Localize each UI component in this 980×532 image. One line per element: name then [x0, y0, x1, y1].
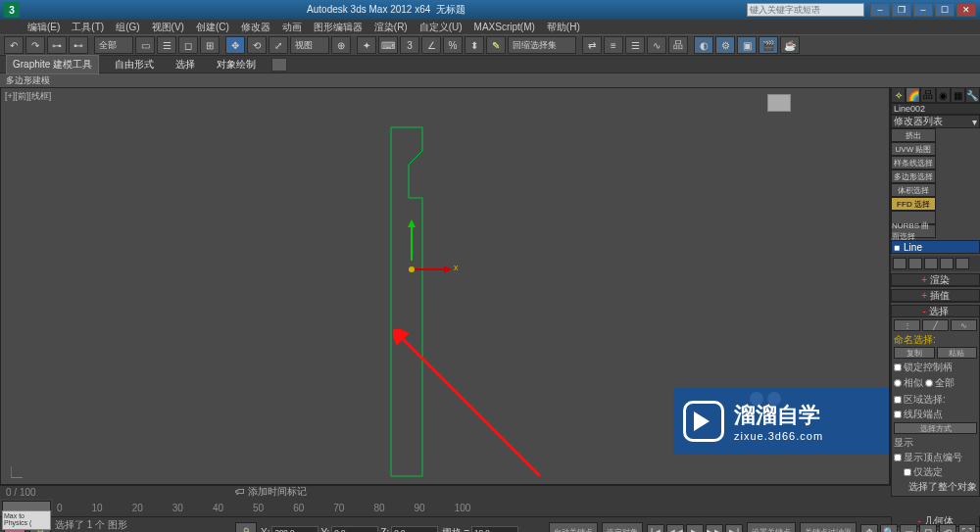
cp-tab-utilities[interactable]: 🔧: [965, 87, 980, 103]
nav-pan-button[interactable]: ✥: [860, 524, 878, 533]
viewport[interactable]: [+][前][线框] x 溜: [0, 87, 890, 485]
unlink-button[interactable]: ⊷: [69, 36, 88, 54]
menu-custom[interactable]: 自定义(U): [419, 21, 463, 34]
segment-end-checkbox[interactable]: 线段端点: [894, 408, 977, 421]
nav-zoom-button[interactable]: 🔍: [880, 524, 898, 533]
mod-btn-uvw[interactable]: UVW 贴图: [891, 142, 936, 156]
cp-tab-create[interactable]: ✧: [891, 87, 906, 103]
stack-config-icon[interactable]: [956, 258, 969, 269]
mod-btn-ffd-sel[interactable]: FFD 选择: [891, 197, 936, 211]
copy-sel-button[interactable]: 复制: [894, 347, 935, 359]
nav-max-button[interactable]: ⛶: [958, 524, 976, 533]
grid-input[interactable]: [471, 526, 518, 533]
stack-show-icon[interactable]: [908, 258, 922, 269]
schematic-button[interactable]: 品: [668, 36, 688, 54]
menu-render[interactable]: 渲染(R): [374, 21, 408, 34]
auto-key-button[interactable]: 自动关键点: [549, 522, 598, 533]
pivot-button[interactable]: ⊕: [331, 36, 351, 54]
maximize-button[interactable]: ☐: [935, 3, 955, 17]
mod-btn-spline-sel[interactable]: 样条线选择: [891, 156, 936, 169]
menu-create[interactable]: 创建(C): [196, 21, 229, 34]
spinner-snap-button[interactable]: ⬍: [465, 36, 484, 54]
mod-btn-extrude[interactable]: 挤出: [891, 128, 936, 142]
modifier-stack[interactable]: ■Line: [891, 240, 980, 254]
rendered-frame-button[interactable]: ▣: [737, 36, 757, 54]
named-selection-dropdown[interactable]: 回缩选择集: [508, 36, 576, 54]
percent-snap-button[interactable]: %: [443, 36, 463, 54]
only-selected-checkbox[interactable]: 仅选定: [904, 465, 977, 479]
coord-y-input[interactable]: [331, 526, 378, 533]
restore-button[interactable]: ❐: [892, 3, 911, 17]
ribbon-tab-modeling[interactable]: Graphite 建模工具: [6, 55, 99, 74]
nav-fov-button[interactable]: ▭: [900, 524, 917, 533]
select-name-button[interactable]: ☰: [157, 36, 176, 54]
select-method-button[interactable]: 选择方式: [894, 422, 977, 434]
spline-object[interactable]: [391, 127, 430, 482]
mirror-button[interactable]: ⇄: [582, 36, 602, 54]
menu-help[interactable]: 帮助(H): [547, 21, 580, 34]
redo-button[interactable]: ↷: [25, 36, 45, 54]
snap-toggle-button[interactable]: 3: [400, 36, 419, 54]
prev-frame-button[interactable]: ◀◀: [666, 524, 684, 533]
goto-end-button[interactable]: ▶|: [725, 524, 743, 533]
show-numbers-checkbox[interactable]: 显示顶点编号: [894, 451, 977, 464]
cp-tab-display[interactable]: ▦: [951, 87, 965, 103]
close-button[interactable]: ✕: [956, 3, 976, 17]
nav-zoom-ext-button[interactable]: ⊡: [919, 524, 937, 533]
play-button[interactable]: ▶: [686, 524, 704, 533]
angle-snap-button[interactable]: ∠: [421, 36, 441, 54]
menu-animation[interactable]: 动画: [282, 21, 302, 34]
ribbon-tab-selection[interactable]: 选择: [170, 56, 201, 73]
curve-editor-button[interactable]: ∿: [647, 36, 666, 54]
mod-btn-vol-sel[interactable]: 体积选择: [891, 183, 936, 197]
help-search-input[interactable]: [747, 3, 864, 17]
selection-filter-dropdown[interactable]: 全部: [94, 36, 133, 54]
add-time-tag-button[interactable]: 🏷 添加时间标记: [235, 485, 307, 499]
track-bar[interactable]: 0102030405060708090100: [0, 499, 980, 516]
key-filter-button[interactable]: 关键点过滤器: [800, 522, 857, 533]
rect-select-button[interactable]: ◻: [178, 36, 198, 54]
stack-remove-icon[interactable]: [940, 258, 954, 269]
lock-selection-button[interactable]: 🔒: [235, 522, 257, 533]
app-logo-icon[interactable]: 3: [4, 2, 20, 18]
cp-tab-hierarchy[interactable]: 品: [920, 87, 935, 103]
stack-pin-icon[interactable]: [893, 258, 906, 269]
minimize-button[interactable]: –: [870, 3, 890, 17]
render-prod-button[interactable]: ☕: [780, 36, 800, 54]
select-button[interactable]: ▭: [135, 36, 155, 54]
mod-btn-nurbs[interactable]: NURBS 曲面选择: [891, 224, 936, 238]
keyboard-shortcut-button[interactable]: ⌨: [378, 36, 398, 54]
all-radio[interactable]: 全部: [925, 376, 955, 390]
material-editor-button[interactable]: ◐: [694, 36, 713, 54]
manipulate-button[interactable]: ✦: [357, 36, 376, 54]
subobj-segment-button[interactable]: ╱: [922, 319, 949, 331]
move-button[interactable]: ✥: [225, 36, 245, 54]
selected-filter-dropdown[interactable]: 选定对象: [602, 522, 643, 533]
stack-item-line[interactable]: ■Line: [892, 241, 979, 253]
align-button[interactable]: ≡: [604, 36, 623, 54]
next-frame-button[interactable]: ▶▶: [706, 524, 723, 533]
undo-button[interactable]: ↶: [4, 36, 24, 54]
menu-view[interactable]: 视图(V): [152, 21, 184, 34]
coord-z-input[interactable]: [391, 526, 438, 533]
paste-sel-button[interactable]: 粘贴: [937, 347, 978, 359]
lock-handles-checkbox[interactable]: 锁定控制柄: [894, 361, 977, 374]
layers-button[interactable]: ☰: [625, 36, 645, 54]
ribbon-tab-freeform[interactable]: 自由形式: [109, 56, 160, 73]
modifier-list-dropdown[interactable]: 修改器列表▾: [891, 115, 980, 128]
rollout-rendering-header[interactable]: + 渲染: [892, 274, 979, 286]
menu-group[interactable]: 组(G): [116, 21, 139, 34]
time-ruler[interactable]: 0102030405060708090100: [53, 499, 980, 516]
render-setup-button[interactable]: ⚙: [715, 36, 735, 54]
menu-modifiers[interactable]: 修改器: [241, 21, 270, 34]
menu-tools[interactable]: 工具(T): [72, 21, 104, 34]
rollout-selection-header[interactable]: - 选择: [892, 306, 979, 317]
goto-start-button[interactable]: |◀: [647, 524, 664, 533]
ribbon-tab-paint[interactable]: 对象绘制: [211, 56, 262, 73]
scale-button[interactable]: ⤢: [269, 36, 288, 54]
viewport-label[interactable]: [+][前][线框]: [5, 90, 51, 103]
menu-graph[interactable]: 图形编辑器: [314, 21, 363, 34]
coord-x-input[interactable]: [271, 526, 318, 533]
rollout-interpolation-header[interactable]: + 插值: [892, 290, 979, 302]
viewcube-icon[interactable]: [767, 94, 791, 112]
